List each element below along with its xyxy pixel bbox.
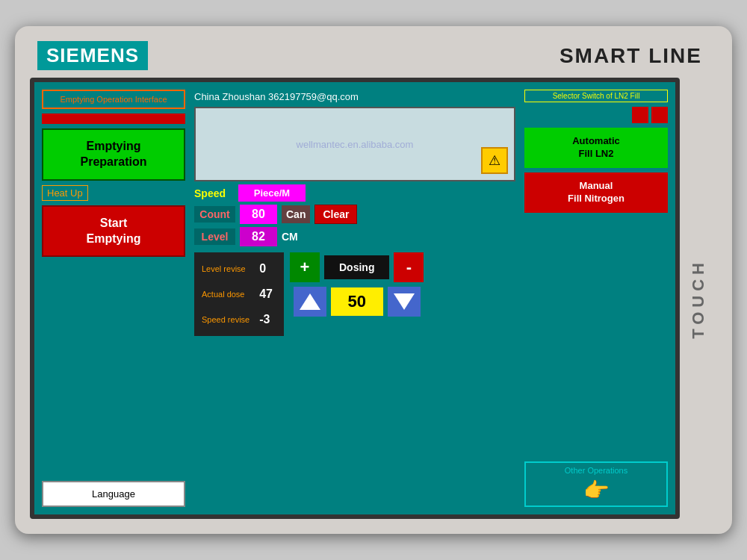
device-header: SIEMENS SMART LINE <box>30 41 717 78</box>
bottom-center: Level revise 0 Actual dose 47 Speed revi… <box>194 249 515 339</box>
hand-pointer-icon[interactable]: 👉 <box>583 478 610 503</box>
revise-box: Level revise 0 Actual dose 47 Speed revi… <box>194 252 284 336</box>
cm-label: CM <box>282 231 298 243</box>
speed-label: Speed <box>194 187 235 199</box>
dosing-top-row: + Dosing - <box>290 252 424 282</box>
level-revise-label: Level revise <box>202 261 253 277</box>
dosing-value: 50 <box>331 287 383 316</box>
speed-revise-label: Speed revise <box>202 311 253 328</box>
triangle-down-icon <box>394 293 415 310</box>
center-panel: China Zhoushan 362197759@qq.com wellmant… <box>191 87 518 510</box>
emptying-op-box: Emptying Operation Interface <box>42 90 185 109</box>
dosing-bottom-row: 50 <box>294 287 421 317</box>
emptying-prep-button[interactable]: EmptyingPreparation <box>42 128 185 181</box>
warning-icon: ⚠ <box>481 147 508 174</box>
dosing-controls: + Dosing - 50 <box>290 252 424 336</box>
selector-label: Selector Switch of LN2 Fill <box>524 90 668 102</box>
count-value: 80 <box>240 205 277 224</box>
device-body: Emptying Operation Interface EmptyingPre… <box>30 78 717 519</box>
screen-wrapper: Emptying Operation Interface EmptyingPre… <box>30 78 680 519</box>
triangle-up-icon <box>300 293 320 310</box>
minus-button[interactable]: - <box>394 252 424 282</box>
auto-fill-button[interactable]: AutomaticFill LN2 <box>524 128 668 168</box>
red-indicator2 <box>651 107 668 123</box>
actual-dose-label: Actual dose <box>202 286 253 302</box>
other-ops-section: Other Operations 👉 <box>524 461 668 507</box>
dosing-label: Dosing <box>324 255 389 279</box>
start-emptying-button[interactable]: StartEmptying <box>42 205 185 258</box>
actual-dose-value: 47 <box>259 282 276 306</box>
smart-line-label: SMART LINE <box>560 44 702 68</box>
level-revise-value: 0 <box>259 257 276 281</box>
touch-label: TOUCH <box>689 258 708 339</box>
center-header: China Zhoushan 362197759@qq.com <box>194 90 515 104</box>
manual-fill-button[interactable]: ManualFill Nitrogen <box>524 172 668 213</box>
speed-value: Piece/M <box>238 184 306 202</box>
speed-revise-value: -3 <box>259 308 276 332</box>
language-button[interactable]: Language <box>42 481 185 507</box>
speed-row: Speed Piece/M <box>194 184 515 202</box>
count-row: Count 80 Can Clear <box>194 205 515 224</box>
revise-grid: Level revise 0 Actual dose 47 Speed revi… <box>202 257 276 332</box>
right-panel: Selector Switch of LN2 Fill AutomaticFil… <box>521 87 671 510</box>
siemens-logo: SIEMENS <box>37 41 148 70</box>
display-box: wellmantec.en.alibaba.com ⚠ <box>194 107 515 181</box>
screen: Emptying Operation Interface EmptyingPre… <box>39 87 671 510</box>
arrow-up-button[interactable] <box>294 287 326 317</box>
device-outer: SIEMENS SMART LINE Emptying Operation In… <box>15 26 732 534</box>
level-row: Level 82 CM <box>194 227 515 246</box>
red-bar <box>42 113 185 124</box>
level-value: 82 <box>240 227 277 246</box>
left-panel: Emptying Operation Interface EmptyingPre… <box>39 87 188 510</box>
heat-up-label: Heat Up <box>42 185 88 201</box>
other-ops-label: Other Operations <box>565 466 627 475</box>
arrow-down-button[interactable] <box>388 287 421 317</box>
level-label: Level <box>194 228 235 245</box>
can-label: Can <box>282 205 310 223</box>
red-indicator <box>632 107 648 123</box>
plus-button[interactable]: + <box>290 252 320 282</box>
watermark-text: wellmantec.en.alibaba.com <box>297 139 414 150</box>
clear-button[interactable]: Clear <box>314 205 357 224</box>
count-label: Count <box>194 206 235 223</box>
